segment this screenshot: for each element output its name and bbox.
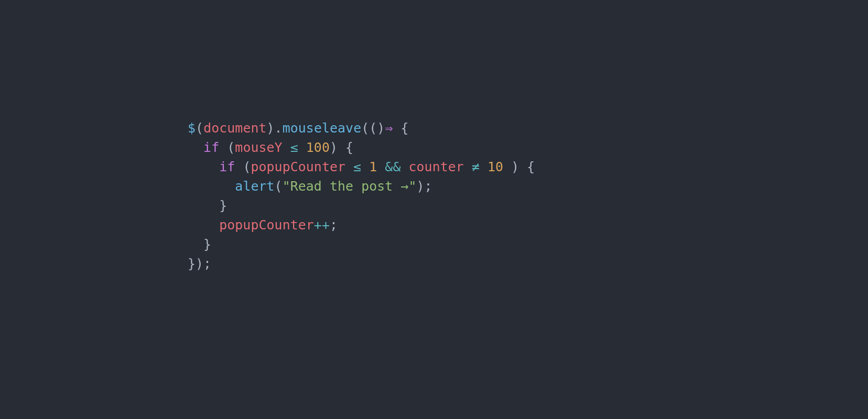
- code-line-3: if (popupCounter ≤ 1 && counter ≠ 10 ) {: [188, 159, 535, 174]
- code-block: $(document).mouseleave(()⇒ { if (mouseY …: [188, 118, 535, 273]
- identifier-mouseY: mouseY: [235, 140, 282, 155]
- operator-le: ≤: [345, 159, 369, 174]
- brace-open: {: [393, 120, 408, 136]
- code-line-2: if (mouseY ≤ 100) {: [188, 140, 353, 155]
- paren-open: (: [235, 159, 251, 174]
- code-line-5: }: [188, 198, 227, 213]
- identifier-document: document: [203, 120, 266, 136]
- indent-guide: [203, 159, 219, 174]
- indent-guide: [203, 217, 219, 233]
- indent-guide: [188, 179, 203, 194]
- indent-guide: [188, 237, 203, 252]
- number-100: 100: [306, 140, 330, 155]
- indent-guide: [188, 140, 203, 155]
- jquery-dollar: $: [188, 120, 196, 136]
- paren-close: ): [267, 120, 275, 136]
- indent-guide: [188, 159, 203, 174]
- number-1: 1: [369, 159, 377, 174]
- paren-close-brace: ) {: [330, 140, 353, 155]
- code-line-1: $(document).mouseleave(()⇒ {: [188, 120, 409, 136]
- paren-open: (: [369, 120, 377, 136]
- paren-close-semi: );: [417, 179, 432, 194]
- keyword-if: if: [203, 140, 219, 155]
- code-line-6: popupCounter++;: [188, 217, 338, 233]
- paren-open: (: [219, 140, 235, 155]
- number-10: 10: [487, 159, 503, 174]
- indent-guide: [203, 198, 219, 213]
- method-mouseleave: mouseleave: [283, 120, 362, 136]
- code-line-7: }: [188, 237, 211, 252]
- operator-increment: ++: [314, 217, 330, 233]
- paren-open: (: [275, 179, 283, 194]
- keyword-if: if: [219, 159, 235, 174]
- paren-close: ): [377, 120, 385, 136]
- operator-le: ≤: [283, 140, 306, 155]
- brace-close: }: [203, 237, 211, 252]
- arrow-token: ⇒: [385, 120, 393, 136]
- indent-guide: [188, 198, 203, 213]
- paren-open: (: [196, 120, 203, 136]
- identifier-popupCounter: popupCounter: [251, 159, 345, 174]
- operator-and: &&: [377, 159, 408, 174]
- indent-guide: [188, 217, 203, 233]
- brace-close: }: [219, 198, 227, 213]
- dot: .: [275, 120, 283, 136]
- indent-guide: [219, 179, 235, 194]
- identifier-popupCounter: popupCounter: [219, 217, 314, 233]
- function-alert: alert: [235, 179, 274, 194]
- paren-open: (: [361, 120, 369, 136]
- operator-ne: ≠: [464, 159, 487, 174]
- semicolon: ;: [330, 217, 338, 233]
- code-line-8: });: [188, 256, 211, 271]
- paren-close-brace: ) {: [503, 159, 535, 174]
- code-line-4: alert("Read the post →");: [188, 179, 432, 194]
- identifier-counter: counter: [409, 159, 464, 174]
- brace-paren-semi-close: });: [188, 256, 211, 271]
- string-literal: "Read the post →": [283, 179, 417, 194]
- indent-guide: [203, 179, 219, 194]
